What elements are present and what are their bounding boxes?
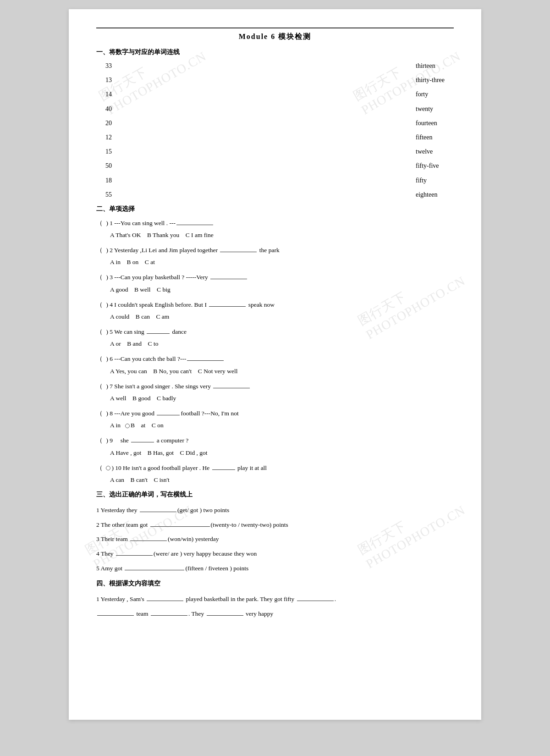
fill-item-3: 3 Their team (won/win) yesterday [96, 532, 454, 546]
mc-options-4: A could B can C am [110, 310, 454, 323]
fill-blank-1[interactable] [140, 512, 176, 512]
mc-options-3: A good B well C big [110, 283, 454, 296]
word-6: fifteen [416, 132, 445, 143]
top-border [96, 28, 454, 28]
section1-title: 一、将数字与对应的单词连线 [96, 48, 454, 56]
paren-7: （ [96, 381, 103, 392]
mc-options-9: A Have , got B Has, got C Did , got [110, 447, 454, 459]
q3-text: ) 3 ---Can you play basketball ? -----Ve… [104, 272, 248, 283]
mc-question-8: （ ) 8 ---Are you good football ?---No, I… [96, 408, 454, 419]
mc-options-2: A in B on C at [110, 256, 454, 268]
mc-question-6: （ ) 6 ---Can you catch the ball ?--- [96, 353, 454, 364]
fill-item-4-1: 1 Yesterday , Sam's played basketball in… [96, 592, 454, 606]
fill-item-1: 1 Yesterday they (get/ got ) two points [96, 503, 454, 517]
paren-4: （ [96, 299, 103, 310]
num-8: 50 [105, 160, 112, 171]
mc-options-10: A can B can't C isn't [110, 474, 454, 486]
fill-item-4: 4 They (were/ are ) very happy because t… [96, 547, 454, 561]
mc-options-1: A That's OK B Thank you C I am fine [110, 229, 454, 241]
mc-question-7: （ ) 7 She isn't a good singer . She sing… [96, 381, 454, 392]
q8-text: ) 8 ---Are you good football ?---No, I'm… [104, 408, 239, 419]
mc-options-8: A in B at C on [110, 419, 454, 431]
mc-question-4: （ ) 4 I couldn't speak English before. B… [96, 299, 454, 310]
q1-text: ) 1 ---You can sing well . --- [104, 218, 214, 229]
fill-item-4-2: team . They very happy [96, 607, 454, 621]
numbers-col: 33 13 14 40 20 12 15 50 18 55 [105, 60, 112, 200]
mc-item-10: （ ) 10 He isn't a good football player .… [96, 463, 454, 486]
mc-question-5: （ ) 5 We can sing dance [96, 326, 454, 337]
word-9: fifty [416, 175, 445, 186]
word-2: thirty-three [416, 74, 445, 86]
mc-question-2: （ ) 2 Yesterday ,Li Lei and Jim played t… [96, 245, 454, 256]
num-2: 13 [105, 74, 112, 86]
fill-blank-4-2[interactable] [297, 601, 334, 601]
paren-5: （ [96, 326, 103, 337]
fill-blank-4-1[interactable] [147, 601, 183, 601]
num-4: 40 [105, 103, 112, 115]
num-10: 55 [105, 189, 112, 200]
fill-item-2: 2 The other team got (twenty-to / twenty… [96, 518, 454, 532]
word-7: twelve [416, 146, 445, 157]
fill-blank-3[interactable] [130, 541, 167, 541]
q4-text: ) 4 I couldn't speak English before. But… [104, 299, 275, 310]
mc-item-8: （ ) 8 ---Are you good football ?---No, I… [96, 408, 454, 431]
mc-item-3: （ ) 3 ---Can you play basketball ? -----… [96, 272, 454, 295]
paren-3: （ [96, 272, 103, 283]
fill-section: 1 Yesterday they (get/ got ) two points … [96, 503, 454, 575]
section4-title: 四、根据课文内容填空 [96, 579, 454, 588]
mc-item-4: （ ) 4 I couldn't speak English before. B… [96, 299, 454, 323]
paren-2: （ [96, 245, 103, 256]
fill-blank-5[interactable] [125, 570, 184, 570]
paren-10: （ [96, 463, 103, 474]
q5-text: ) 5 We can sing dance [104, 326, 187, 337]
mc-item-2: （ ) 2 Yesterday ,Li Lei and Jim played t… [96, 245, 454, 268]
fill-section-4: 1 Yesterday , Sam's played basketball in… [96, 592, 454, 620]
mc-options-7: A well B good C badly [110, 392, 454, 404]
q2-text: ) 2 Yesterday ,Li Lei and Jim played tog… [104, 245, 280, 256]
mc-item-7: （ ) 7 She isn't a good singer . She sing… [96, 381, 454, 404]
q10-text: ) 10 He isn't a good football player . H… [104, 463, 267, 474]
words-col: thirteen thirty-three forty twenty fourt… [416, 60, 445, 200]
mc-item-9: （ ) 9 she a computer ? A Have , got B Ha… [96, 435, 454, 458]
paren-1: （ [96, 218, 103, 229]
mc-section: （ ) 1 ---You can sing well . --- A That'… [96, 218, 454, 486]
paren-9: （ [96, 435, 103, 446]
fill-blank-4-3[interactable] [97, 615, 134, 616]
section3-title: 三、选出正确的单词，写在横线上 [96, 491, 454, 499]
mc-item-1: （ ) 1 ---You can sing well . --- A That'… [96, 218, 454, 241]
num-7: 15 [105, 146, 112, 157]
fill-item-5: 5 Amy got (fifteen / fiveteen ) points [96, 562, 454, 575]
number-match: 33 13 14 40 20 12 15 50 18 55 thirteen t… [105, 60, 445, 200]
mc-item-6: （ ) 6 ---Can you catch the ball ?--- A Y… [96, 353, 454, 377]
paren-8: （ [96, 408, 103, 419]
mc-question-1: （ ) 1 ---You can sing well . --- [96, 218, 454, 229]
num-3: 14 [105, 88, 112, 100]
q9-text: ) 9 she a computer ? [104, 435, 188, 446]
num-6: 12 [105, 132, 112, 143]
word-10: eighteen [416, 189, 445, 200]
section2-title: 二、单项选择 [96, 205, 454, 213]
paren-6: （ [96, 353, 103, 364]
word-5: fourteen [416, 117, 445, 129]
mc-question-9: （ ) 9 she a computer ? [96, 435, 454, 446]
q6-text: ) 6 ---Can you catch the ball ?--- [104, 353, 225, 364]
mc-options-5: A or B and C to [110, 337, 454, 350]
word-1: thirteen [416, 60, 445, 72]
fill-blank-4-4[interactable] [151, 615, 187, 616]
mc-item-5: （ ) 5 We can sing dance A or B and C to [96, 326, 454, 350]
fill-blank-2[interactable] [150, 526, 210, 527]
word-8: fifty-five [416, 160, 445, 171]
mc-question-10: （ ) 10 He isn't a good football player .… [96, 463, 454, 474]
page: 图行天下PHOTOPHOTO.CN 图行天下PHOTOPHOTO.CN 图行天下… [69, 9, 481, 720]
mc-options-6: A Yes, you can B No, you can't C Not ver… [110, 365, 454, 377]
num-9: 18 [105, 175, 112, 186]
mc-question-3: （ ) 3 ---Can you play basketball ? -----… [96, 272, 454, 283]
num-5: 20 [105, 117, 112, 129]
page-title: Module 6 模块检测 [96, 32, 454, 42]
q7-text: ) 7 She isn't a good singer . She sings … [104, 381, 251, 392]
word-3: forty [416, 88, 445, 100]
word-4: twenty [416, 103, 445, 115]
num-1: 33 [105, 60, 112, 72]
fill-blank-4[interactable] [116, 555, 153, 556]
fill-blank-4-5[interactable] [207, 615, 243, 616]
